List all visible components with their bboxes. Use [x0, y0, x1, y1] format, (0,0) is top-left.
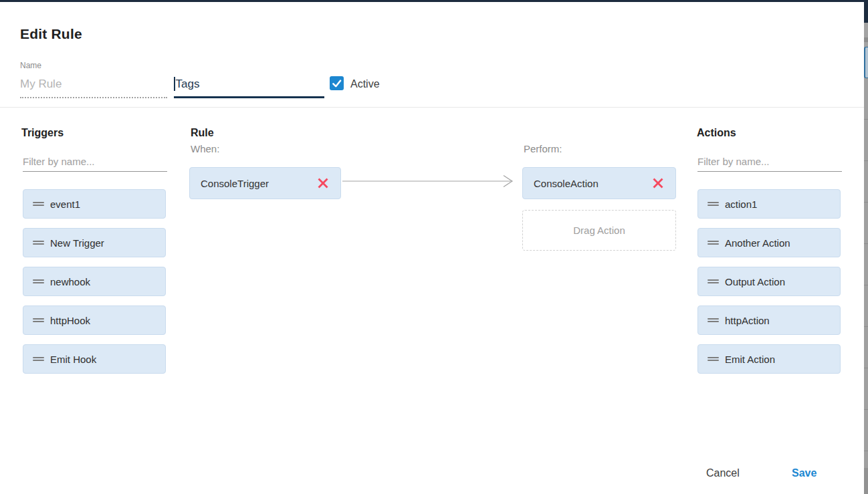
action-item-label: Emit Action — [725, 354, 775, 365]
text-caret — [174, 77, 175, 91]
action-item[interactable]: Another Action — [697, 228, 841, 257]
dialog-title: Edit Rule — [20, 26, 82, 42]
selected-action-card[interactable]: ConsoleAction — [522, 167, 676, 199]
action-item-label: httpAction — [725, 315, 770, 326]
action-drop-zone[interactable]: Drag Action — [522, 210, 676, 251]
trigger-item-label: newhook — [50, 276, 90, 287]
background-band — [864, 37, 868, 42]
drag-handle-icon — [33, 278, 44, 285]
remove-action-button[interactable] — [651, 176, 665, 190]
trigger-item[interactable]: event1 — [23, 189, 166, 219]
background-band — [864, 42, 868, 47]
checkmark-icon — [331, 78, 342, 89]
background-band — [864, 468, 868, 494]
triggers-panel-title: Triggers — [21, 127, 64, 139]
drag-handle-icon — [708, 239, 719, 246]
screen: Edit Rule Name Tags Active Triggers even… — [0, 0, 868, 494]
flow-arrow — [342, 173, 519, 189]
action-item[interactable]: action1 — [697, 189, 841, 219]
triggers-filter-input[interactable] — [23, 152, 167, 172]
actions-filter-input[interactable] — [697, 152, 842, 172]
action-item-label: Another Action — [725, 237, 790, 249]
background-button-edge — [864, 47, 868, 78]
when-label: When: — [191, 143, 219, 154]
drag-handle-icon — [33, 201, 44, 207]
cancel-button[interactable]: Cancel — [697, 462, 749, 485]
background-page-strip — [864, 0, 868, 494]
actions-list: action1 Another Action Output Action htt… — [697, 189, 841, 383]
trigger-item[interactable]: httpHook — [23, 305, 166, 335]
drag-handle-icon — [708, 356, 719, 362]
actions-panel-title: Actions — [697, 127, 736, 139]
trigger-item[interactable]: newhook — [23, 267, 166, 296]
action-item[interactable]: Output Action — [697, 267, 841, 296]
active-checkbox[interactable] — [330, 76, 344, 90]
drag-handle-icon — [33, 356, 44, 362]
background-band — [864, 23, 868, 37]
action-item[interactable]: httpAction — [697, 305, 841, 335]
save-button[interactable]: Save — [782, 462, 826, 485]
background-table-rows-edge — [864, 78, 868, 468]
triggers-list: event1 New Trigger newhook httpHook Emit… — [23, 189, 167, 383]
drag-handle-icon — [708, 317, 719, 324]
drag-handle-icon — [708, 201, 719, 207]
header-divider — [0, 107, 864, 108]
active-checkbox-label: Active — [350, 78, 380, 90]
trigger-item-label: New Trigger — [50, 237, 104, 249]
action-item[interactable]: Emit Action — [697, 344, 841, 374]
drag-handle-icon — [33, 239, 44, 246]
background-navbar-edge — [864, 0, 868, 23]
perform-label: Perform: — [524, 143, 562, 154]
action-item-label: action1 — [725, 199, 757, 210]
trigger-item[interactable]: Emit Hook — [23, 344, 166, 374]
name-field-label: Name — [20, 61, 41, 70]
rule-panel-title: Rule — [191, 127, 214, 139]
drag-handle-icon — [708, 278, 719, 285]
trigger-item-label: event1 — [50, 199, 80, 210]
tags-input-value: Tags — [176, 78, 200, 91]
trigger-item-label: httpHook — [50, 315, 90, 326]
x-cross-icon — [316, 176, 330, 190]
trigger-item[interactable]: New Trigger — [23, 228, 166, 257]
selected-action-label: ConsoleAction — [534, 178, 599, 189]
remove-trigger-button[interactable] — [316, 176, 330, 190]
name-input[interactable] — [20, 72, 167, 98]
right-arrow-icon — [342, 173, 519, 189]
drop-zone-label: Drag Action — [573, 225, 625, 236]
selected-trigger-card[interactable]: ConsoleTrigger — [189, 167, 341, 199]
drag-handle-icon — [33, 317, 44, 324]
x-cross-icon — [651, 176, 665, 190]
tags-input[interactable]: Tags — [174, 72, 324, 98]
trigger-item-label: Emit Hook — [50, 354, 96, 365]
selected-trigger-label: ConsoleTrigger — [201, 178, 269, 189]
edit-rule-dialog: Edit Rule Name Tags Active Triggers even… — [0, 2, 864, 494]
action-item-label: Output Action — [725, 276, 785, 287]
